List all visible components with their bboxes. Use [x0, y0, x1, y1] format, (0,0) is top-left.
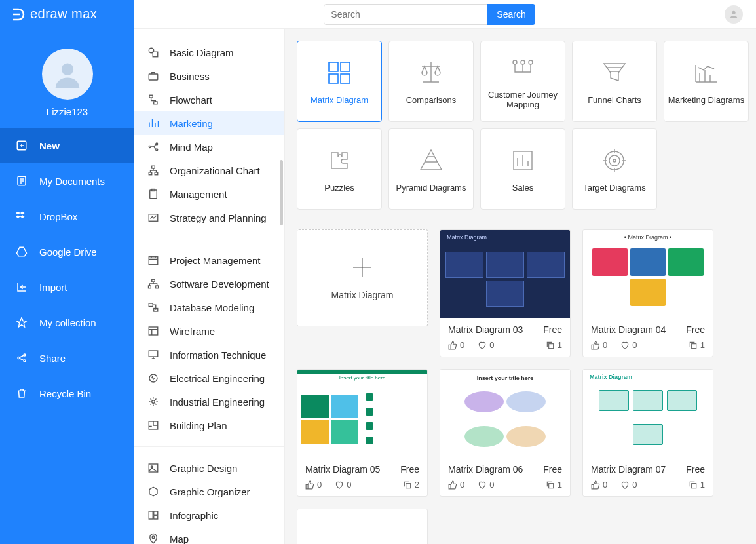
type-target-diagrams[interactable]: Target Diagrams — [572, 128, 657, 210]
fav-count[interactable]: 0 — [335, 480, 351, 490]
template-thumb — [440, 370, 570, 457]
cat-label: Project Management — [170, 255, 260, 266]
svg-rect-50 — [691, 343, 696, 348]
like-count[interactable]: 0 — [591, 340, 607, 350]
nav-label: Recycle Bin — [39, 388, 91, 399]
shapes-icon — [147, 47, 159, 58]
cat-ind-eng[interactable]: Industrial Engineering — [134, 390, 284, 414]
cat-infographic[interactable]: Infographic — [134, 503, 284, 527]
cat-management[interactable]: Management — [134, 182, 284, 206]
cat-flowchart[interactable]: Flowchart — [134, 88, 284, 111]
cat-map[interactable]: Map — [134, 527, 284, 544]
calendar-icon — [147, 254, 159, 266]
copy-count[interactable]: 1 — [546, 480, 562, 490]
nav-label: My collection — [39, 317, 96, 328]
cat-software-dev[interactable]: Software Development — [134, 272, 284, 296]
nav-new[interactable]: New — [0, 128, 134, 163]
hexagon-icon — [147, 486, 159, 497]
nav-my-collection[interactable]: My collection — [0, 305, 134, 340]
copy-count[interactable]: 1 — [689, 480, 705, 490]
template-card-06[interactable]: Matrix Diagram 06Free 0 0 1 — [440, 369, 571, 497]
cat-mind-map[interactable]: Mind Map — [134, 135, 284, 159]
template-card-03[interactable]: Matrix Diagram 03Free 0 0 1 — [440, 229, 571, 357]
svg-rect-17 — [155, 172, 158, 175]
fav-count[interactable]: 0 — [478, 340, 494, 350]
cat-db-modeling[interactable]: Database Modeling — [134, 296, 284, 319]
floorplan-icon — [147, 419, 159, 431]
cat-marketing[interactable]: Marketing — [134, 111, 284, 135]
type-label: Matrix Diagram — [311, 95, 368, 105]
type-comparisons[interactable]: Comparisons — [388, 41, 474, 122]
new-template-label: Matrix Diagram — [331, 290, 394, 300]
nav-dropbox[interactable]: DropBox — [0, 199, 134, 234]
cat-elec-eng[interactable]: Electrical Engineering — [134, 366, 284, 390]
cat-info-tech[interactable]: Information Technique — [134, 343, 284, 366]
cat-org-chart[interactable]: Organizational Chart — [134, 159, 284, 182]
svg-point-0 — [732, 10, 735, 14]
template-thumb — [583, 230, 713, 318]
template-card-07[interactable]: Matrix Diagram 07Free 0 0 1 — [582, 369, 713, 497]
copy-count[interactable]: 1 — [689, 340, 705, 350]
like-count[interactable]: 0 — [448, 340, 464, 350]
type-sales[interactable]: Sales — [480, 128, 565, 210]
svg-rect-25 — [149, 303, 153, 307]
nav-my-documents[interactable]: My Documents — [0, 163, 134, 199]
type-pyramid-diagrams[interactable]: Pyramid Diagrams — [388, 128, 474, 210]
template-price: Free — [686, 464, 705, 475]
copy-count[interactable]: 1 — [546, 340, 562, 350]
like-count[interactable]: 0 — [591, 480, 607, 490]
type-label: Marketing Diagrams — [668, 95, 744, 105]
type-funnel-charts[interactable]: Funnel Charts — [572, 41, 657, 122]
logo-icon — [10, 7, 26, 22]
svg-rect-24 — [156, 286, 159, 288]
plus-icon — [350, 256, 374, 279]
cat-business[interactable]: Business — [134, 64, 284, 88]
nav-recycle-bin[interactable]: Recycle Bin — [0, 376, 134, 411]
type-puzzles[interactable]: Puzzles — [297, 128, 382, 210]
fav-count[interactable]: 0 — [620, 340, 637, 350]
like-count[interactable]: 0 — [448, 480, 464, 490]
svg-rect-11 — [154, 102, 157, 104]
type-label: Pyramid Diagrams — [396, 183, 466, 193]
fav-count[interactable]: 0 — [620, 480, 637, 490]
cat-wireframe[interactable]: Wireframe — [134, 319, 284, 343]
template-card-next[interactable] — [297, 509, 428, 544]
cat-label: Graphic Organizer — [170, 486, 250, 497]
like-count[interactable]: 0 — [305, 480, 322, 490]
cat-basic-diagram[interactable]: Basic Diagram — [134, 41, 284, 64]
template-thumb — [297, 370, 427, 457]
cat-building[interactable]: Building Plan — [134, 414, 284, 437]
template-card-05[interactable]: Matrix Diagram 05Free 0 0 2 — [297, 369, 428, 497]
profile-area[interactable]: Lizzie123 — [0, 42, 134, 128]
growth-icon — [692, 58, 721, 87]
copy-count[interactable]: 2 — [403, 480, 419, 490]
search-button[interactable]: Search — [487, 4, 535, 25]
fav-count[interactable]: 0 — [478, 480, 494, 490]
cat-project-mgmt[interactable]: Project Management — [134, 248, 284, 272]
template-thumb — [583, 370, 713, 457]
nav-share[interactable]: Share — [0, 340, 134, 376]
primary-nav: New My Documents DropBox Google Drive Im… — [0, 128, 134, 411]
cat-strategy[interactable]: Strategy and Planning — [134, 206, 284, 229]
circuit-icon — [147, 372, 159, 384]
cat-graphic-organizer[interactable]: Graphic Organizer — [134, 480, 284, 503]
search-input[interactable] — [324, 4, 487, 25]
briefcase-icon — [147, 70, 159, 82]
template-grid: Matrix Diagram Matrix Diagram 03Free 0 0… — [297, 229, 749, 544]
app-logo[interactable]: edraw max — [0, 0, 134, 29]
svg-rect-23 — [149, 286, 151, 288]
template-card-04[interactable]: Matrix Diagram 04Free 0 0 1 — [582, 229, 713, 357]
new-blank-template[interactable]: Matrix Diagram — [297, 229, 428, 326]
nav-google-drive[interactable]: Google Drive — [0, 234, 134, 269]
type-customer-journey[interactable]: Customer Journey Mapping — [480, 41, 565, 122]
svg-point-4 — [18, 357, 20, 359]
type-matrix-diagram[interactable]: Matrix Diagram — [297, 41, 382, 122]
user-menu[interactable] — [725, 5, 743, 24]
cat-label: Wireframe — [170, 326, 215, 337]
svg-rect-53 — [691, 483, 696, 488]
import-icon — [16, 281, 28, 293]
cat-graphic-design[interactable]: Graphic Design — [134, 456, 284, 480]
nav-import[interactable]: Import — [0, 269, 134, 305]
cat-label: Mind Map — [170, 142, 213, 153]
type-marketing-diagrams[interactable]: Marketing Diagrams — [664, 41, 749, 122]
